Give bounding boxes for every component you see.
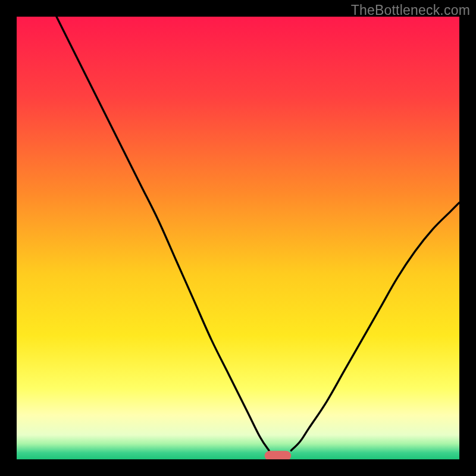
optimal-marker — [265, 451, 292, 459]
chart-frame: TheBottleneck.com — [0, 0, 476, 476]
watermark-text: TheBottleneck.com — [351, 2, 470, 18]
plot-area — [17, 17, 459, 459]
chart-svg — [17, 17, 459, 459]
